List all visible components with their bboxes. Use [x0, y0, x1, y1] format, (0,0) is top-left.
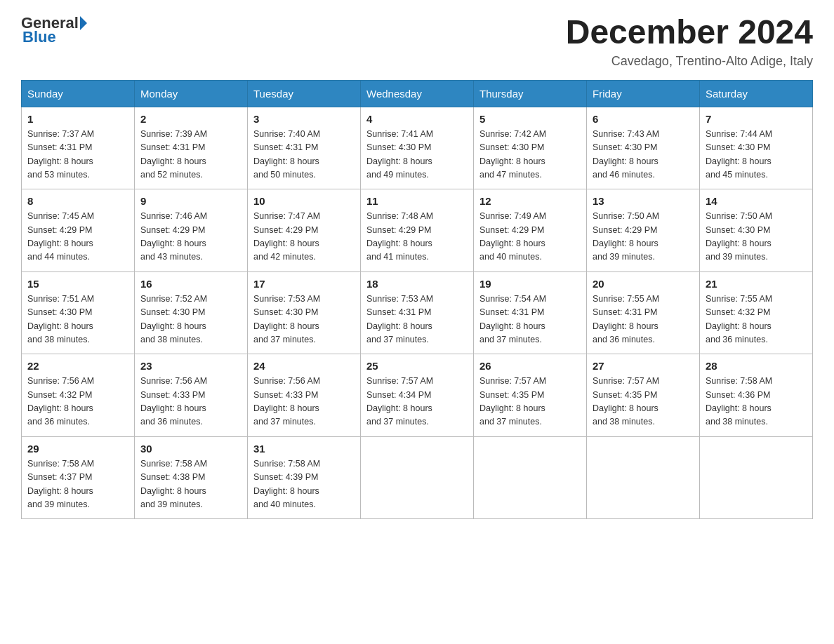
day-number: 14 [706, 195, 807, 207]
calendar-cell: 1Sunrise: 7:37 AMSunset: 4:31 PMDaylight… [22, 107, 135, 189]
day-info: Sunrise: 7:57 AMSunset: 4:34 PMDaylight:… [366, 375, 468, 429]
calendar-cell: 22Sunrise: 7:56 AMSunset: 4:32 PMDayligh… [22, 354, 135, 437]
day-number: 4 [366, 113, 468, 125]
calendar-cell: 9Sunrise: 7:46 AMSunset: 4:29 PMDaylight… [135, 189, 248, 272]
calendar-cell: 27Sunrise: 7:57 AMSunset: 4:35 PMDayligh… [587, 354, 700, 437]
day-number: 9 [140, 195, 241, 207]
day-number: 15 [27, 278, 128, 290]
calendar-cell: 31Sunrise: 7:58 AMSunset: 4:39 PMDayligh… [248, 436, 361, 519]
calendar-cell [474, 436, 587, 519]
day-info: Sunrise: 7:55 AMSunset: 4:31 PMDaylight:… [593, 293, 694, 347]
calendar-header-row: SundayMondayTuesdayWednesdayThursdayFrid… [22, 80, 813, 107]
day-info: Sunrise: 7:50 AMSunset: 4:30 PMDaylight:… [706, 210, 807, 264]
calendar-week-row: 8Sunrise: 7:45 AMSunset: 4:29 PMDaylight… [22, 189, 813, 272]
day-number: 25 [366, 360, 468, 372]
day-info: Sunrise: 7:55 AMSunset: 4:32 PMDaylight:… [706, 293, 807, 347]
day-info: Sunrise: 7:53 AMSunset: 4:31 PMDaylight:… [366, 293, 468, 347]
calendar-cell: 16Sunrise: 7:52 AMSunset: 4:30 PMDayligh… [135, 271, 248, 354]
calendar-cell: 4Sunrise: 7:41 AMSunset: 4:30 PMDaylight… [361, 107, 474, 189]
day-info: Sunrise: 7:41 AMSunset: 4:30 PMDaylight:… [366, 128, 468, 182]
day-info: Sunrise: 7:45 AMSunset: 4:29 PMDaylight:… [27, 210, 128, 264]
day-of-week-header: Thursday [474, 80, 587, 107]
day-number: 19 [479, 278, 581, 290]
calendar-cell [700, 436, 813, 519]
calendar-cell: 3Sunrise: 7:40 AMSunset: 4:31 PMDaylight… [248, 107, 361, 189]
day-info: Sunrise: 7:58 AMSunset: 4:39 PMDaylight:… [253, 457, 355, 512]
day-info: Sunrise: 7:58 AMSunset: 4:37 PMDaylight:… [27, 457, 128, 512]
day-info: Sunrise: 7:56 AMSunset: 4:33 PMDaylight:… [253, 375, 355, 429]
page-header: General Blue December 2024 Cavedago, Tre… [21, 14, 813, 69]
calendar-cell: 6Sunrise: 7:43 AMSunset: 4:30 PMDaylight… [587, 107, 700, 189]
logo: General Blue [21, 14, 88, 46]
day-number: 30 [140, 443, 241, 455]
day-number: 13 [593, 195, 694, 207]
day-info: Sunrise: 7:57 AMSunset: 4:35 PMDaylight:… [593, 375, 694, 429]
day-number: 8 [27, 195, 128, 207]
calendar-cell: 5Sunrise: 7:42 AMSunset: 4:30 PMDaylight… [474, 107, 587, 189]
day-of-week-header: Friday [587, 80, 700, 107]
calendar-cell: 10Sunrise: 7:47 AMSunset: 4:29 PMDayligh… [248, 189, 361, 272]
day-number: 20 [593, 278, 694, 290]
day-number: 5 [479, 113, 581, 125]
location-subtitle: Cavedago, Trentino-Alto Adige, Italy [566, 54, 813, 69]
day-number: 6 [593, 113, 694, 125]
calendar-cell: 19Sunrise: 7:54 AMSunset: 4:31 PMDayligh… [474, 271, 587, 354]
day-info: Sunrise: 7:44 AMSunset: 4:30 PMDaylight:… [706, 128, 807, 182]
day-info: Sunrise: 7:47 AMSunset: 4:29 PMDaylight:… [253, 210, 355, 264]
day-info: Sunrise: 7:37 AMSunset: 4:31 PMDaylight:… [27, 128, 128, 182]
day-number: 12 [479, 195, 581, 207]
day-of-week-header: Tuesday [248, 80, 361, 107]
logo-arrow-icon [80, 16, 87, 30]
day-info: Sunrise: 7:48 AMSunset: 4:29 PMDaylight:… [366, 210, 468, 264]
calendar-cell: 28Sunrise: 7:58 AMSunset: 4:36 PMDayligh… [700, 354, 813, 437]
day-number: 26 [479, 360, 581, 372]
calendar-week-row: 22Sunrise: 7:56 AMSunset: 4:32 PMDayligh… [22, 354, 813, 437]
day-number: 22 [27, 360, 128, 372]
calendar-cell: 20Sunrise: 7:55 AMSunset: 4:31 PMDayligh… [587, 271, 700, 354]
day-info: Sunrise: 7:52 AMSunset: 4:30 PMDaylight:… [140, 293, 241, 347]
calendar-cell: 23Sunrise: 7:56 AMSunset: 4:33 PMDayligh… [135, 354, 248, 437]
day-info: Sunrise: 7:50 AMSunset: 4:29 PMDaylight:… [593, 210, 694, 264]
day-info: Sunrise: 7:53 AMSunset: 4:30 PMDaylight:… [253, 293, 355, 347]
calendar-cell [361, 436, 474, 519]
calendar-cell: 29Sunrise: 7:58 AMSunset: 4:37 PMDayligh… [22, 436, 135, 519]
day-of-week-header: Wednesday [361, 80, 474, 107]
calendar-cell [587, 436, 700, 519]
day-number: 1 [27, 113, 128, 125]
day-number: 2 [140, 113, 241, 125]
calendar-week-row: 29Sunrise: 7:58 AMSunset: 4:37 PMDayligh… [22, 436, 813, 519]
calendar-cell: 14Sunrise: 7:50 AMSunset: 4:30 PMDayligh… [700, 189, 813, 272]
day-number: 18 [366, 278, 468, 290]
calendar-cell: 15Sunrise: 7:51 AMSunset: 4:30 PMDayligh… [22, 271, 135, 354]
day-number: 11 [366, 195, 468, 207]
calendar-cell: 24Sunrise: 7:56 AMSunset: 4:33 PMDayligh… [248, 354, 361, 437]
day-number: 28 [706, 360, 807, 372]
day-info: Sunrise: 7:42 AMSunset: 4:30 PMDaylight:… [479, 128, 581, 182]
day-number: 21 [706, 278, 807, 290]
day-info: Sunrise: 7:49 AMSunset: 4:29 PMDaylight:… [479, 210, 581, 264]
day-number: 23 [140, 360, 241, 372]
day-info: Sunrise: 7:54 AMSunset: 4:31 PMDaylight:… [479, 293, 581, 347]
calendar-cell: 30Sunrise: 7:58 AMSunset: 4:38 PMDayligh… [135, 436, 248, 519]
calendar-cell: 21Sunrise: 7:55 AMSunset: 4:32 PMDayligh… [700, 271, 813, 354]
day-of-week-header: Monday [135, 80, 248, 107]
calendar-cell: 11Sunrise: 7:48 AMSunset: 4:29 PMDayligh… [361, 189, 474, 272]
calendar-cell: 18Sunrise: 7:53 AMSunset: 4:31 PMDayligh… [361, 271, 474, 354]
calendar-cell: 26Sunrise: 7:57 AMSunset: 4:35 PMDayligh… [474, 354, 587, 437]
day-info: Sunrise: 7:58 AMSunset: 4:38 PMDaylight:… [140, 457, 241, 512]
calendar-table: SundayMondayTuesdayWednesdayThursdayFrid… [21, 80, 813, 520]
day-info: Sunrise: 7:58 AMSunset: 4:36 PMDaylight:… [706, 375, 807, 429]
day-info: Sunrise: 7:51 AMSunset: 4:30 PMDaylight:… [27, 293, 128, 347]
calendar-cell: 13Sunrise: 7:50 AMSunset: 4:29 PMDayligh… [587, 189, 700, 272]
title-section: December 2024 Cavedago, Trentino-Alto Ad… [566, 14, 813, 69]
calendar-cell: 8Sunrise: 7:45 AMSunset: 4:29 PMDaylight… [22, 189, 135, 272]
calendar-cell: 7Sunrise: 7:44 AMSunset: 4:30 PMDaylight… [700, 107, 813, 189]
calendar-week-row: 1Sunrise: 7:37 AMSunset: 4:31 PMDaylight… [22, 107, 813, 189]
calendar-cell: 17Sunrise: 7:53 AMSunset: 4:30 PMDayligh… [248, 271, 361, 354]
day-number: 31 [253, 443, 355, 455]
day-number: 29 [27, 443, 128, 455]
day-number: 10 [253, 195, 355, 207]
day-info: Sunrise: 7:57 AMSunset: 4:35 PMDaylight:… [479, 375, 581, 429]
day-info: Sunrise: 7:40 AMSunset: 4:31 PMDaylight:… [253, 128, 355, 182]
day-info: Sunrise: 7:43 AMSunset: 4:30 PMDaylight:… [593, 128, 694, 182]
